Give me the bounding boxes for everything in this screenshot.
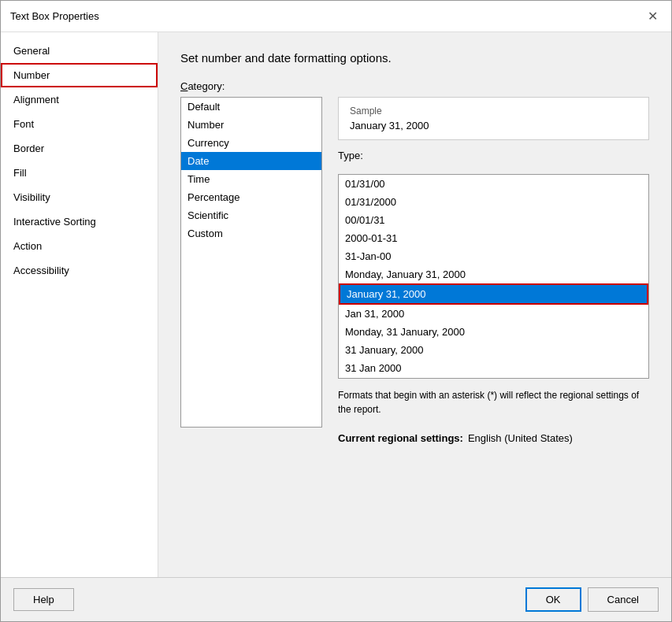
sidebar-item-action[interactable]: Action — [1, 234, 158, 258]
type-item-11[interactable]: 31 Jan 2000 — [339, 359, 648, 377]
sidebar-item-visibility[interactable]: Visibility — [1, 185, 158, 209]
main-content: Set number and date formatting options. … — [158, 32, 671, 577]
category-item-time[interactable]: Time — [181, 170, 321, 188]
regional-label: Current regional settings: — [338, 432, 463, 444]
category-label: Category: — [180, 80, 649, 92]
type-item-10[interactable]: 31 January, 2000 — [339, 341, 648, 359]
type-item-12[interactable]: Monday, January 31, 2000 1:30:00 PM — [339, 377, 648, 378]
type-item-1[interactable]: 01/31/00 — [339, 175, 648, 193]
type-item-9[interactable]: Monday, 31 January, 2000 — [339, 323, 648, 341]
sidebar-item-interactive-sorting[interactable]: Interactive Sorting — [1, 209, 158, 234]
sidebar-item-border[interactable]: Border — [1, 136, 158, 161]
sample-box: Sample January 31, 2000 — [338, 97, 649, 140]
sidebar-item-general[interactable]: General — [1, 39, 158, 63]
content-row: Default Number Currency Date Time Percen… — [180, 97, 649, 444]
type-item-2[interactable]: 01/31/2000 — [339, 193, 648, 211]
dialog-title: Text Box Properties — [10, 10, 99, 22]
category-item-default[interactable]: Default — [181, 98, 321, 116]
type-list-container: 01/31/00 01/31/2000 00/01/31 2000-01-31 … — [338, 174, 649, 379]
category-item-custom[interactable]: Custom — [181, 224, 321, 243]
sidebar-item-font[interactable]: Font — [1, 112, 158, 136]
dialog-footer: Help OK Cancel — [1, 577, 671, 621]
category-item-number[interactable]: Number — [181, 116, 321, 134]
dialog: Text Box Properties ✕ General Number Ali… — [0, 0, 672, 622]
sidebar: General Number Alignment Font Border Fil… — [1, 32, 158, 577]
type-item-7[interactable]: January 31, 2000 — [339, 283, 648, 305]
footer-left: Help — [13, 588, 74, 611]
cancel-button[interactable]: Cancel — [588, 587, 659, 612]
sidebar-item-fill[interactable]: Fill — [1, 161, 158, 185]
dialog-body: General Number Alignment Font Border Fil… — [1, 32, 671, 577]
sample-label: Sample — [350, 106, 637, 117]
type-item-3[interactable]: 00/01/31 — [339, 211, 648, 229]
type-item-4[interactable]: 2000-01-31 — [339, 229, 648, 247]
category-item-percentage[interactable]: Percentage — [181, 188, 321, 206]
type-item-5[interactable]: 31-Jan-00 — [339, 247, 648, 265]
footer-right: OK Cancel — [525, 587, 659, 612]
category-item-scientific[interactable]: Scientific — [181, 206, 321, 224]
type-item-8[interactable]: Jan 31, 2000 — [339, 305, 648, 323]
regional-value: English (United States) — [468, 432, 573, 444]
type-label: Type: — [338, 150, 649, 161]
ok-button[interactable]: OK — [525, 587, 581, 612]
sample-value: January 31, 2000 — [350, 120, 637, 131]
title-bar: Text Box Properties ✕ — [1, 1, 671, 32]
category-item-date[interactable]: Date — [181, 152, 321, 170]
regional-row: Current regional settings: English (Unit… — [338, 432, 649, 444]
type-item-6[interactable]: Monday, January 31, 2000 — [339, 265, 648, 283]
category-item-currency[interactable]: Currency — [181, 134, 321, 152]
format-note: Formats that begin with an asterisk (*) … — [338, 388, 649, 417]
category-list[interactable]: Default Number Currency Date Time Percen… — [180, 97, 322, 428]
right-panel: Sample January 31, 2000 Type: 01/31/00 0… — [338, 97, 649, 444]
sidebar-item-accessibility[interactable]: Accessibility — [1, 258, 158, 283]
close-button[interactable]: ✕ — [643, 7, 662, 26]
sidebar-item-number[interactable]: Number — [1, 63, 158, 87]
main-title: Set number and date formatting options. — [180, 51, 649, 65]
sidebar-item-alignment[interactable]: Alignment — [1, 87, 158, 112]
help-button[interactable]: Help — [13, 588, 74, 611]
type-list[interactable]: 01/31/00 01/31/2000 00/01/31 2000-01-31 … — [339, 175, 648, 378]
